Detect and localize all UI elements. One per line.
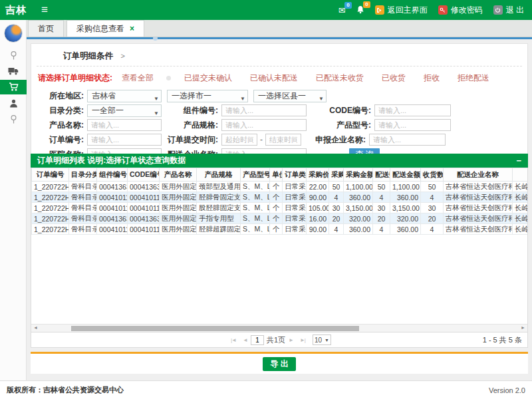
- column-header[interactable]: 产品规格: [197, 168, 241, 182]
- first-page-icon[interactable]: |◄: [231, 337, 236, 343]
- last-page-icon[interactable]: ►|: [300, 337, 305, 343]
- table-cell: 360.00: [344, 224, 373, 235]
- column-header[interactable]: 订单编号: [32, 168, 69, 182]
- column-header[interactable]: 组件编号: [97, 168, 128, 182]
- menu-toggle-icon[interactable]: ≡: [41, 3, 48, 17]
- page-number-input[interactable]: [251, 335, 264, 345]
- table-scroll-area: 订单编号目录分类组件编号CODE编号产品名称产品规格产品型号单位订单类型采购价(…: [31, 168, 527, 324]
- table-cell: 00041363000: [128, 213, 160, 224]
- status-option-delivery-refused[interactable]: 拒绝配送: [458, 72, 489, 84]
- product-spec-input[interactable]: [221, 119, 307, 131]
- county-select[interactable]: 一选择区县一 ▼: [253, 90, 327, 102]
- horizontal-scrollbar: ◄ ►: [31, 324, 527, 332]
- status-option-confirmed[interactable]: 已确认未配送: [250, 72, 298, 84]
- column-header[interactable]: 收货数量: [421, 168, 444, 182]
- sidebar-item-purchase-cart[interactable]: [0, 80, 27, 94]
- next-page-icon[interactable]: ►: [289, 337, 293, 343]
- tab-purchase-info[interactable]: 采购信息查看×: [66, 20, 144, 37]
- main-content: 订单明细条件 > 请选择订单明细状态: 查看全部 已提交未确认 已确认未配送 已…: [27, 37, 532, 399]
- sidebar-item-location-2[interactable]: [0, 112, 27, 126]
- sidebar-item-delivery[interactable]: [0, 64, 27, 78]
- component-no-link[interactable]: 00041011: [97, 192, 128, 203]
- column-header[interactable]: 单位: [270, 168, 283, 182]
- tab-home-label: 首页: [38, 24, 54, 33]
- scrollbar-thumb[interactable]: [71, 326, 359, 331]
- column-header[interactable]: 采购金额(元): [344, 168, 373, 182]
- loading-bar: [27, 37, 532, 39]
- tab-close-icon[interactable]: ×: [130, 24, 134, 33]
- table-cell: 50: [373, 182, 390, 192]
- product-model-input[interactable]: [374, 119, 451, 131]
- order-no-input[interactable]: [87, 134, 162, 146]
- city-select[interactable]: 一选择市一 ▼: [167, 90, 248, 102]
- table-cell: 个: [270, 203, 283, 213]
- table-cell: 日常采购: [283, 203, 307, 213]
- end-time-input[interactable]: [265, 134, 301, 146]
- filter-panel-title[interactable]: 订单明细条件 >: [37, 48, 522, 66]
- table-cell: 105.00: [307, 203, 329, 213]
- code-no-input[interactable]: [374, 104, 451, 116]
- prev-page-icon[interactable]: ◄: [243, 337, 247, 343]
- column-header[interactable]: 目录分类: [69, 168, 97, 182]
- app-logo: 吉林: [0, 4, 33, 17]
- column-header[interactable]: 订单类型: [283, 168, 307, 182]
- declare-company-input[interactable]: [369, 134, 446, 146]
- export-button[interactable]: 导 出: [263, 357, 296, 371]
- table-cell: 长岭县: [513, 192, 528, 203]
- start-time-input[interactable]: [221, 134, 257, 146]
- sidebar-item-location-1[interactable]: [0, 48, 27, 63]
- column-header[interactable]: 配送企业名称: [444, 168, 513, 182]
- avatar[interactable]: [4, 24, 23, 43]
- component-no-input[interactable]: [221, 104, 307, 116]
- table-cell: 1_220722H: [32, 192, 69, 203]
- collapse-icon[interactable]: −: [516, 156, 521, 166]
- status-option-delivered[interactable]: 已配送未收货: [316, 72, 364, 84]
- table-row[interactable]: 1_220722H骨科目录0004136300041363000医用外固定夹板手…: [32, 213, 528, 224]
- table-cell: 360.00: [390, 224, 421, 235]
- component-no-link[interactable]: 00041011: [97, 203, 128, 213]
- column-header[interactable]: CODE编号: [128, 168, 160, 182]
- component-no-link[interactable]: 00041011: [97, 224, 128, 235]
- product-name-input[interactable]: [87, 119, 162, 131]
- product-model-label: 产品型号:: [307, 120, 374, 131]
- scroll-right-icon[interactable]: ►: [521, 325, 525, 330]
- page-size-select[interactable]: 10 ▼: [313, 334, 331, 345]
- power-icon: [493, 5, 503, 15]
- status-radio-dot[interactable]: [166, 76, 171, 80]
- table-row[interactable]: 1_220722H骨科目录0004136300041363001医用外固定夹板颈…: [32, 182, 528, 192]
- status-option-submitted[interactable]: 已提交未确认: [184, 72, 232, 84]
- sidebar-item-user[interactable]: [0, 96, 27, 110]
- column-header[interactable]: 采购数量: [329, 168, 344, 182]
- column-header[interactable]: 产品型号: [241, 168, 270, 182]
- messages-button[interactable]: ✉ 0: [338, 6, 346, 15]
- component-no-link[interactable]: 00041363: [97, 182, 128, 192]
- column-header[interactable]: 配送数量: [373, 168, 390, 182]
- component-no-link[interactable]: 00041363: [97, 213, 128, 224]
- status-option-rejected[interactable]: 拒收: [424, 72, 440, 84]
- return-home-button[interactable]: 返回主界面: [375, 5, 428, 16]
- column-header[interactable]: 采购价(元): [307, 168, 329, 182]
- logout-button[interactable]: 退 出: [493, 5, 524, 16]
- column-header[interactable]: [513, 168, 528, 182]
- catalog-select[interactable]: 一全部一 ▼: [87, 104, 162, 117]
- table-cell: 胫腓超踝固定支具: [197, 224, 241, 235]
- status-option-all[interactable]: 查看全部: [122, 72, 154, 84]
- table-row[interactable]: 1_220722H骨科目录0004101100041011002医用外固定支具胫…: [32, 224, 528, 235]
- scroll-left-icon[interactable]: ◄: [33, 325, 38, 330]
- table-panel-body: 订单编号目录分类组件编号CODE编号产品名称产品规格产品型号单位订单类型采购价(…: [31, 168, 528, 348]
- status-option-received[interactable]: 已收货: [382, 72, 406, 84]
- table-cell: 1_220722H: [32, 224, 69, 235]
- change-password-button[interactable]: 修改密码: [438, 5, 483, 16]
- column-header[interactable]: 配送金额(元): [390, 168, 421, 182]
- tab-home[interactable]: 首页: [28, 20, 64, 37]
- product-name-label: 产品名称:: [37, 120, 87, 131]
- top-header-bar: 吉林 ≡ ✉ 0 0 返回主界面: [0, 0, 532, 20]
- table-row[interactable]: 1_220722H骨科目录0004101100041011002医用外固定支具胫…: [32, 192, 528, 203]
- cart-icon: [9, 82, 19, 92]
- table-cell: 日常采购: [283, 182, 307, 192]
- table-row[interactable]: 1_220722H骨科目录0004101100041011001医用外固定支具股…: [32, 203, 528, 213]
- column-header[interactable]: 产品名称: [160, 168, 197, 182]
- notifications-button[interactable]: 0: [356, 5, 364, 15]
- province-select[interactable]: 吉林省 ▼: [87, 90, 162, 102]
- table-panel-title: 订单明细列表 说明:选择订单状态查询数据: [37, 155, 186, 166]
